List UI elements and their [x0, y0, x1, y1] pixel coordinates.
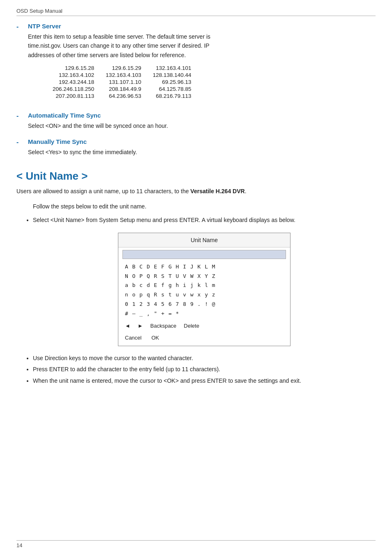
manual-sync-bullet: - [16, 139, 22, 146]
manual-sync-desc: Select <Yes> to sync the time immediatel… [28, 148, 376, 157]
key-row: N O P Q R S T U V W X Y Z [125, 272, 284, 281]
ntp-title: NTP Server [28, 23, 376, 30]
table-cell: 64.125.78.85 [153, 86, 203, 92]
bullet-item-2: Press ENTER to add the character to the … [33, 365, 376, 375]
auto-sync-desc: Select <ON> and the time will be synced … [28, 121, 376, 130]
table-cell: 208.184.49.9 [106, 86, 152, 92]
key-row: A B C D E F G H I J K L M [125, 262, 284, 272]
unit-name-intro: Users are allowed to assign a unit name,… [16, 187, 376, 196]
auto-sync-content: Automatically Time Sync Select <ON> and … [28, 112, 376, 130]
table-cell: 132.163.4.102 [53, 72, 106, 79]
table-row: 192.43.244.18131.107.1.1069.25.96.13 [53, 79, 203, 86]
key-row: 0 1 2 3 4 5 6 7 8 9 . ! @ [125, 300, 284, 309]
auto-sync-bullet: - [16, 112, 22, 120]
auto-sync-title: Automatically Time Sync [28, 112, 376, 119]
table-cell: 69.25.96.13 [153, 79, 203, 86]
ntp-desc-3: addresses of other time servers are list… [28, 52, 186, 58]
ntp-desc-1: Enter this item to setup a feasible time… [28, 33, 210, 40]
keyboard-keys: A B C D E F G H I J K L MN O P Q R S T U… [118, 261, 290, 321]
table-cell: 192.43.244.18 [53, 79, 106, 86]
table-cell: 68.216.79.113 [153, 92, 203, 99]
right-arrow[interactable]: ► [138, 321, 143, 331]
keyboard-bottom-row: Cancel OK [118, 333, 290, 346]
page-footer: 14 [16, 540, 376, 548]
ntp-server-section: - NTP Server Enter this item to setup a … [16, 23, 376, 104]
ntp-desc-2: time.nist.gov. Users can change it to an… [28, 42, 210, 49]
ntp-body: Enter this item to setup a feasible time… [28, 32, 376, 60]
unit-intro-2: . [245, 188, 247, 194]
table-cell: 128.138.140.44 [153, 72, 203, 79]
cancel-button[interactable]: Cancel [125, 333, 141, 342]
table-row: 207.200.81.11364.236.96.5368.216.79.113 [53, 92, 203, 99]
keyboard-box: Unit Name A B C D E F G H I J K L MN O P… [118, 233, 291, 346]
manual-sync-section: - Manually Time Sync Select <Yes> to syn… [16, 138, 376, 157]
header-title: OSD Setup Manual [16, 8, 62, 14]
keyboard-title: Unit Name [118, 233, 290, 247]
follow-steps: Follow the steps below to edit the unit … [33, 203, 376, 210]
table-cell: 64.236.96.53 [106, 92, 152, 99]
auto-sync-section: - Automatically Time Sync Select <ON> an… [16, 112, 376, 130]
ntp-content: NTP Server Enter this item to setup a fe… [28, 23, 376, 104]
table-cell: 132.163.4.103 [106, 72, 152, 79]
keyboard-nav-row: ◄ ► Backspace Delete [118, 321, 290, 332]
ntp-table-wrapper: 129.6.15.28129.6.15.29132.163.4.101132.1… [28, 65, 376, 99]
table-cell: 131.107.1.10 [106, 79, 152, 86]
keyboard-input-row [122, 250, 286, 259]
delete-key[interactable]: Delete [184, 321, 199, 331]
unit-intro-1: Users are allowed to assign a unit name,… [16, 188, 189, 194]
bullet-item-0: Select <Unit Name> from System Setup men… [33, 215, 376, 346]
ntp-table: 129.6.15.28129.6.15.29132.163.4.101132.1… [53, 65, 203, 99]
page-number: 14 [16, 542, 22, 548]
table-row: 129.6.15.28129.6.15.29132.163.4.101 [53, 65, 203, 72]
key-row: n o p q R s t u v w x y z [125, 290, 284, 300]
manual-sync-title: Manually Time Sync [28, 138, 376, 145]
table-row: 206.246.118.250208.184.49.964.125.78.85 [53, 86, 203, 92]
table-cell: 206.246.118.250 [53, 86, 106, 92]
ntp-bullet: - [16, 23, 22, 30]
key-row: a b c d E f g h i j k l m [125, 281, 284, 290]
manual-sync-content: Manually Time Sync Select <Yes> to sync … [28, 138, 376, 157]
bullet-item-1: Use Direction keys to move the cursor to… [33, 354, 376, 363]
table-cell: 129.6.15.28 [53, 65, 106, 72]
left-arrow[interactable]: ◄ [125, 321, 130, 331]
page-container: OSD Setup Manual - NTP Server Enter this… [0, 0, 392, 555]
key-row: # – _ , " + = * [125, 309, 284, 319]
table-cell: 207.200.81.113 [53, 92, 106, 99]
ok-button[interactable]: OK [151, 333, 159, 342]
table-cell: 132.163.4.101 [153, 65, 203, 72]
bullet-item-3: When the unit name is entered, move the … [33, 376, 376, 386]
backspace-key[interactable]: Backspace [150, 321, 177, 331]
bullet-list: Select <Unit Name> from System Setup men… [33, 215, 376, 386]
table-row: 132.163.4.102132.163.4.103128.138.140.44 [53, 72, 203, 79]
unit-name-heading: < Unit Name > [16, 170, 376, 183]
table-cell: 129.6.15.29 [106, 65, 152, 72]
unit-intro-bold: Versatile H.264 DVR [190, 188, 244, 194]
header-bar: OSD Setup Manual [16, 7, 376, 16]
